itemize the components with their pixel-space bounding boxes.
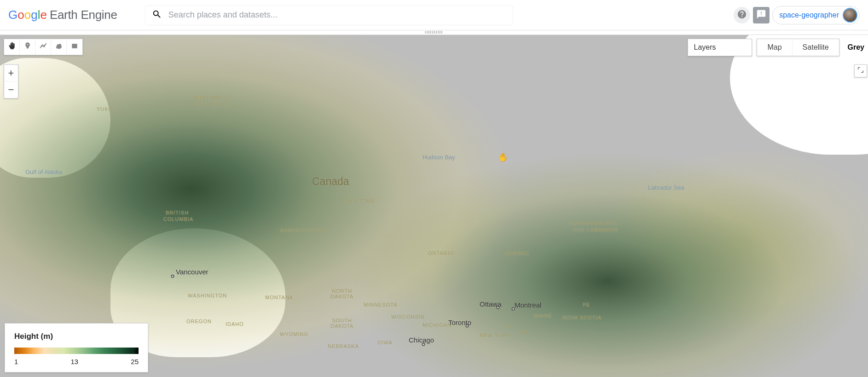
map-province-label: MANITOBA [344,198,374,203]
map-state-label: NEBRASKA [328,343,359,349]
map-state-label: WISCONSIN [391,314,425,319]
logo-product-name: Earth Engine [50,8,117,22]
map-province-label: SASKATCHEWAN [280,227,327,233]
map-province-label: VT [503,323,510,329]
map-state-label: NORTH DAKOTA [330,288,353,299]
map-water-label: Hudson Bay [422,154,455,161]
map-state-label: MICHIGAN [422,322,451,328]
map-city-label: Montreal [515,301,541,309]
drawing-toolbar [4,39,83,55]
map-province-label: QUEBEC [505,250,529,256]
drag-handle-icon [425,31,443,34]
account-chip[interactable]: space-geographer [772,6,860,24]
google-earth-engine-logo[interactable]: Google Earth Engine [8,8,117,22]
polygon-icon [55,42,63,52]
svg-rect-0 [72,44,77,48]
fullscreen-button[interactable] [854,64,867,77]
help-icon [737,9,747,21]
polyline-icon [39,42,47,52]
avatar [843,8,857,23]
search-box[interactable] [145,5,513,25]
pin-icon [23,42,32,52]
feedback-icon [756,9,766,21]
map-state-label: SOUTH DAKOTA [330,318,353,329]
map-province-label: ONTARIO [428,250,454,256]
map-city-dot [512,307,515,311]
logo-letter: o [17,8,24,22]
map-province-label: TERRITORIES [193,101,232,107]
map-province-label: NORTHWEST [193,95,230,100]
map-country-label: Canada [312,175,349,188]
map-city-dot [466,325,469,328]
map-state-label: IOWA [377,340,393,345]
map-type-controls: Layers Map Satellite Grey [688,39,864,56]
search-input[interactable] [168,10,506,20]
logo-letter: o [24,8,31,22]
map-state-label: MINNESOTA [364,302,398,307]
satellite-tab[interactable]: Satellite [792,39,839,56]
grey-tab[interactable]: Grey [844,43,864,52]
map-city-label: Chicago [409,336,434,344]
app-header: Google Earth Engine space-geographer [0,0,868,30]
rectangle-icon [70,42,79,52]
cursor-indicator-icon: ✋ [498,152,508,162]
zoom-in-button[interactable]: + [4,65,18,81]
search-icon [152,9,162,21]
zoom-out-button[interactable]: − [4,81,18,98]
hand-icon [8,42,16,52]
logo-letter: g [31,8,37,22]
map-city-dot [497,306,500,309]
feedback-button[interactable] [753,7,770,23]
map-state-label: NEW YORK [480,332,511,338]
legend-colorbar [14,348,139,354]
legend-panel: Height (m) 1 13 25 [5,323,148,372]
legend-mid: 13 [70,358,78,365]
legend-max: 25 [131,358,139,365]
map-water-label: Labrador Sea [648,184,684,191]
map-canvas[interactable]: Gulf of Alaska Hudson Bay Labrador Sea C… [0,35,868,377]
header-actions: space-geographer [734,6,860,24]
layers-button[interactable]: Layers [688,39,752,56]
point-tool[interactable] [20,39,35,55]
help-button[interactable] [734,7,750,23]
panel-resize-handle[interactable] [0,30,868,35]
rectangle-tool[interactable] [67,39,82,55]
legend-ticks: 1 13 25 [14,358,139,365]
map-province-label: AND LABRADOR [573,227,619,232]
map-state-label: WYOMING [280,331,308,337]
basemap-tabs: Map Satellite [757,39,839,56]
map-province-label: MAINE [534,313,552,319]
logo-letter: e [40,8,46,22]
fullscreen-icon [857,66,864,75]
map-province-label: NEWFOUNDLAND [568,220,617,226]
map-city-dot [422,343,425,346]
map-province-label: PE [583,302,590,307]
pan-tool[interactable] [4,39,20,55]
logo-letter: G [8,8,17,22]
layers-label: Layers [694,43,716,52]
legend-min: 1 [14,358,18,365]
zoom-control: + − [4,64,18,99]
username: space-geographer [779,11,839,19]
map-province-label: BRITISH [166,210,189,215]
map-city-dot [171,275,174,278]
map-province-label: NH [519,330,527,335]
map-province-label: COLUMBIA [163,216,193,222]
line-tool[interactable] [35,39,51,55]
polygon-tool[interactable] [51,39,67,55]
map-province-label: NOVA SCOTIA [562,315,602,320]
map-tab[interactable]: Map [757,39,792,56]
legend-title: Height (m) [14,332,139,341]
